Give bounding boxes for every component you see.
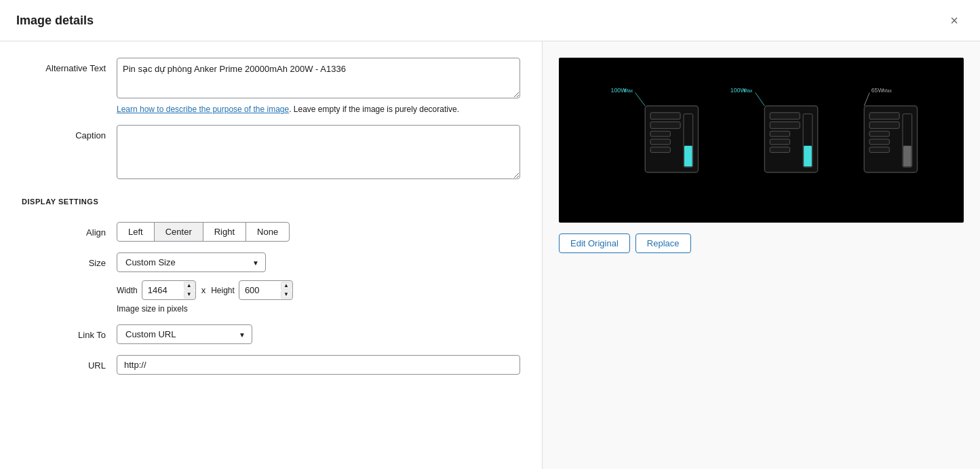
svg-text:Max: Max — [743, 88, 753, 93]
align-label: Align — [22, 222, 117, 238]
image-action-buttons: Edit Original Replace — [559, 233, 964, 253]
size-label: Size — [22, 252, 117, 268]
svg-rect-5 — [650, 113, 680, 119]
svg-rect-16 — [770, 113, 800, 119]
modal-body: Alternative Text Pin sạc dự phòng Anker … — [0, 41, 980, 469]
alt-text-input[interactable]: Pin sạc dự phòng Anker Prime 20000mAh 20… — [117, 58, 520, 98]
align-center-button[interactable]: Center — [154, 222, 203, 242]
svg-rect-30 — [869, 139, 889, 145]
svg-rect-9 — [650, 147, 670, 153]
svg-rect-27 — [869, 113, 899, 119]
svg-rect-20 — [770, 147, 789, 153]
caption-control — [117, 125, 520, 181]
left-panel: Alternative Text Pin sạc dự phòng Anker … — [0, 41, 543, 469]
alt-text-help-link[interactable]: Learn how to describe the purpose of the… — [117, 105, 289, 114]
size-row: Size Thumbnail Medium Large Full Size Cu… — [22, 252, 520, 314]
height-wrap: Height ▲ ▼ — [211, 280, 293, 300]
url-input[interactable] — [117, 355, 520, 375]
caption-row: Caption — [22, 125, 520, 181]
link-to-select[interactable]: None Media File Attachment Page Custom U… — [117, 324, 252, 344]
replace-button[interactable]: Replace — [635, 233, 691, 253]
edit-original-button[interactable]: Edit Original — [559, 233, 630, 253]
link-to-label: Link To — [22, 324, 117, 340]
link-to-control: None Media File Attachment Page Custom U… — [117, 324, 520, 344]
svg-rect-22 — [804, 146, 812, 166]
svg-rect-29 — [869, 131, 889, 136]
alt-text-row: Alternative Text Pin sạc dự phòng Anker … — [22, 58, 520, 114]
align-row: Align Left Center Right None — [22, 222, 520, 242]
height-label: Height — [211, 286, 235, 295]
align-control: Left Center Right None — [117, 222, 520, 242]
svg-rect-7 — [650, 131, 670, 136]
url-control — [117, 355, 520, 375]
svg-rect-31 — [869, 147, 889, 153]
align-buttons-group: Left Center Right None — [117, 222, 520, 242]
link-to-select-wrapper: None Media File Attachment Page Custom U… — [117, 324, 252, 344]
height-decrement-button[interactable]: ▼ — [281, 290, 292, 299]
pixel-note: Image size in pixels — [117, 304, 520, 314]
alt-text-control: Pin sạc dự phòng Anker Prime 20000mAh 20… — [117, 58, 520, 114]
svg-rect-17 — [770, 122, 800, 129]
close-button[interactable]: × — [945, 11, 964, 30]
caption-label: Caption — [22, 125, 117, 140]
size-select-wrapper: Thumbnail Medium Large Full Size Custom … — [117, 252, 266, 272]
display-settings-header: DISPLAY SETTINGS — [22, 198, 520, 211]
preview-image: 100W Max 100W M — [559, 58, 964, 221]
right-panel: 100W Max 100W M — [543, 41, 980, 469]
alt-text-help: Learn how to describe the purpose of the… — [117, 105, 520, 114]
alt-text-label: Alternative Text — [22, 58, 117, 73]
width-label: Width — [117, 286, 138, 295]
dimensions-separator: x — [201, 285, 206, 295]
svg-text:Max: Max — [883, 88, 893, 93]
height-input-wrapper: ▲ ▼ — [239, 280, 293, 300]
modal-title: Image details — [16, 14, 94, 28]
width-increment-button[interactable]: ▲ — [184, 282, 195, 290]
svg-rect-18 — [770, 131, 789, 136]
image-preview: 100W Max 100W M — [559, 58, 964, 223]
width-spinners: ▲ ▼ — [184, 282, 195, 299]
align-none-button[interactable]: None — [246, 222, 290, 242]
height-spinners: ▲ ▼ — [281, 282, 292, 299]
svg-text:Max: Max — [624, 88, 633, 93]
svg-rect-28 — [869, 122, 899, 129]
size-control: Thumbnail Medium Large Full Size Custom … — [117, 252, 520, 314]
caption-input[interactable] — [117, 125, 520, 179]
align-left-button[interactable]: Left — [117, 222, 155, 242]
image-details-modal: Image details × Alternative Text Pin sạc… — [0, 0, 980, 469]
height-increment-button[interactable]: ▲ — [281, 282, 292, 290]
width-wrap: Width ▲ ▼ — [117, 280, 196, 300]
url-row: URL — [22, 355, 520, 375]
link-to-row: Link To None Media File Attachment Page … — [22, 324, 520, 344]
dimensions-row: Width ▲ ▼ x Height — [117, 280, 520, 300]
width-input-wrapper: ▲ ▼ — [142, 280, 196, 300]
svg-rect-6 — [650, 122, 680, 129]
svg-text:65W: 65W — [871, 87, 884, 94]
align-right-button[interactable]: Right — [203, 222, 246, 242]
size-select[interactable]: Thumbnail Medium Large Full Size Custom … — [117, 252, 266, 272]
svg-rect-19 — [770, 139, 789, 145]
modal-header: Image details × — [0, 0, 980, 41]
url-label: URL — [22, 355, 117, 371]
svg-rect-8 — [650, 139, 670, 145]
alt-text-help-suffix: . Leave empty if the image is purely dec… — [289, 105, 459, 114]
svg-rect-33 — [903, 146, 912, 166]
svg-rect-11 — [684, 146, 692, 166]
width-decrement-button[interactable]: ▼ — [184, 290, 195, 299]
